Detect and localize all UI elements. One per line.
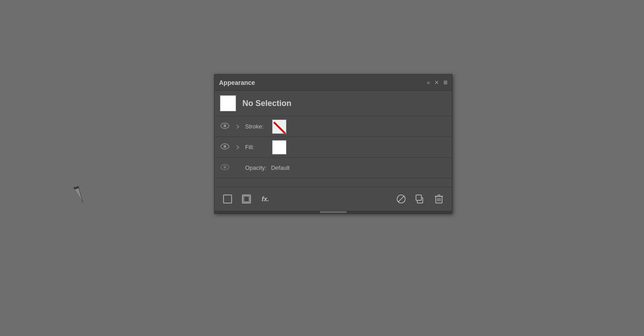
add-new-stroke-button[interactable]: [220, 191, 235, 207]
opacity-value: Default: [271, 164, 290, 171]
add-effect-button[interactable]: fx.: [258, 191, 273, 207]
stroke-visibility-icon[interactable]: [220, 122, 230, 131]
fill-row: Fill:: [215, 137, 452, 158]
no-selection-label: No Selection: [242, 99, 291, 108]
close-panel-button[interactable]: ×: [434, 79, 438, 86]
appearance-panel: Appearance « × ≡ No Selection Stroke:: [214, 74, 452, 214]
panel-scrollbar[interactable]: [215, 211, 452, 213]
opacity-row: Opacity: Default: [215, 158, 452, 178]
panel-menu-button[interactable]: ≡: [443, 79, 447, 87]
fill-label: Fill:: [245, 144, 268, 150]
stroke-row: Stroke:: [215, 116, 452, 137]
delete-item-button[interactable]: [431, 191, 447, 207]
fx-label: fx.: [262, 195, 269, 203]
item-thumbnail: [220, 95, 236, 111]
duplicate-item-button[interactable]: [412, 191, 428, 207]
scroll-thumb: [320, 211, 347, 213]
svg-rect-12: [416, 195, 421, 200]
collapse-panel-button[interactable]: «: [427, 79, 430, 86]
opacity-label: Opacity:: [245, 164, 267, 171]
panel-title-bar: Appearance « × ≡: [215, 75, 452, 91]
opacity-visibility-icon[interactable]: [220, 164, 230, 172]
title-bar-left: Appearance: [219, 79, 255, 86]
no-selection-row: No Selection: [215, 91, 452, 116]
svg-line-10: [398, 196, 404, 202]
panel-toolbar: fx.: [215, 187, 452, 211]
svg-point-1: [224, 124, 226, 127]
fill-visibility-icon[interactable]: [220, 143, 230, 152]
add-new-fill-button[interactable]: [239, 191, 254, 207]
panel-spacer: [215, 178, 452, 187]
fill-color-swatch[interactable]: [272, 140, 286, 155]
svg-rect-8: [244, 196, 249, 202]
svg-rect-6: [224, 195, 232, 203]
svg-point-5: [224, 166, 226, 168]
title-bar-controls: « × ≡: [427, 79, 447, 87]
panel-title: Appearance: [219, 79, 255, 86]
svg-point-3: [224, 145, 226, 148]
stroke-label: Stroke:: [245, 123, 268, 130]
stroke-color-swatch[interactable]: [272, 119, 286, 134]
clear-appearance-button[interactable]: [394, 191, 409, 207]
stroke-expand-icon[interactable]: [234, 124, 241, 130]
fill-expand-icon[interactable]: [234, 144, 241, 150]
